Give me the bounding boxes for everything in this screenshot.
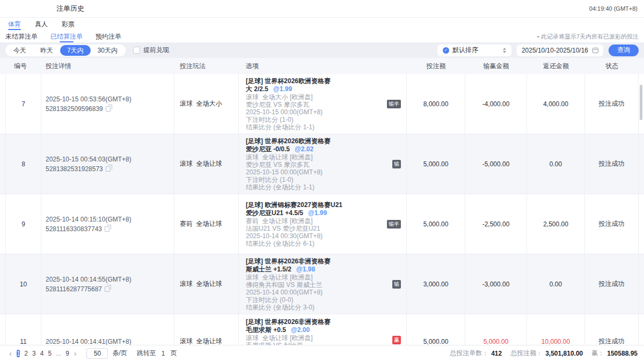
- option-pick: 爱沙尼亚U21 +4.5/5@1.99: [246, 209, 327, 217]
- tab-sports[interactable]: 体育: [8, 18, 21, 31]
- status-text: 投注成功: [585, 134, 639, 194]
- sort-dropdown[interactable]: ✓ 默认排序: [437, 45, 511, 56]
- row-number: 10: [5, 254, 41, 314]
- bet-time: 2025-10-14 00:15:10(GMT+8): [46, 216, 131, 223]
- option-line: 2025-10-14 00:30(GMT+8): [246, 232, 323, 240]
- total-stake: 总投注额： 3,501,810.00: [510, 349, 583, 358]
- page-size-input[interactable]: [86, 348, 108, 359]
- page-title: 注单历史: [56, 4, 84, 13]
- bet-options: [足球] 世界杯2026非洲资格赛斯威士兰 +1.5/2@1.98滚球 全场让球…: [239, 254, 407, 314]
- page-ellipsis: ...: [56, 350, 61, 357]
- jump-page-value[interactable]: 1: [162, 350, 165, 357]
- segment-yesterday[interactable]: 昨天: [33, 45, 60, 56]
- result-badge: 输半: [387, 100, 401, 108]
- page-number[interactable]: 4: [40, 350, 44, 357]
- table-row: 72025-10-15 00:53:56(GMT+8)5281382509596…: [0, 74, 644, 134]
- page-number[interactable]: 9: [65, 350, 69, 357]
- status-text: 投注成功: [585, 254, 639, 314]
- topbar: 注单历史 04:19:40 (GMT+8): [0, 0, 644, 18]
- filter-bar: 今天 昨天 7天内 30天内 提前兑现 ✓ 默认排序 2025/10/10-20…: [0, 42, 644, 58]
- copy-icon[interactable]: [105, 286, 109, 292]
- page-number[interactable]: 3: [32, 350, 36, 357]
- page-number[interactable]: 5: [48, 350, 52, 357]
- subtab-settled[interactable]: 已结算注单: [50, 31, 83, 42]
- bet-id: 5281116287775687: [46, 285, 109, 293]
- footer-bar: ‹ 12345...9 › 条/页 跳转至 1 页 总投注单数： 412 总投注…: [0, 345, 644, 361]
- tab-lottery[interactable]: 彩票: [62, 18, 75, 31]
- col-bet-amount: 投注额: [407, 62, 465, 71]
- subtab-reserved[interactable]: 预约注单: [96, 31, 121, 42]
- pagination: 12345...9: [14, 349, 71, 358]
- subtab-unsettled[interactable]: 未结算注单: [5, 31, 38, 42]
- row-number: 7: [5, 74, 41, 134]
- bet-amount: 5,000.00: [407, 314, 465, 345]
- col-winloss-amount: 输赢金额: [465, 62, 527, 71]
- option-line: 滚球 全场让球 [欧洲盘]: [246, 153, 313, 161]
- result-badge: 输半: [387, 220, 401, 229]
- segment-today[interactable]: 今天: [6, 45, 33, 56]
- option-line: 爱沙尼亚 VS 摩尔多瓦: [246, 101, 310, 108]
- bet-id: 5281116330837743: [46, 225, 109, 233]
- date-range-segments: 今天 昨天 7天内 30天内: [5, 45, 126, 56]
- option-line: 2025-10-15 00:00(GMT+8): [246, 108, 323, 116]
- result-badge: 输: [392, 160, 401, 168]
- early-cashout-checkbox[interactable]: 提前兑现: [133, 46, 169, 55]
- table-row: 102025-10-14 00:14:55(GMT+8)528111628777…: [0, 254, 644, 314]
- row-number: 8: [5, 134, 41, 194]
- option-odds: @1.98: [296, 266, 315, 273]
- winloss-amount: 5,000.00: [465, 314, 527, 345]
- option-league: [足球] 欧洲锦标赛2027资格赛U21: [246, 201, 342, 209]
- bet-id: 5281382531928573: [46, 165, 111, 173]
- option-line: 结果比分 (全场比分 6-1): [246, 240, 314, 247]
- main-tabs: 体育 真人 彩票: [0, 18, 644, 31]
- status-text: 投注成功: [585, 314, 639, 345]
- refund-amount: 0.00: [527, 254, 585, 314]
- option-line: 法国U21 VS 爱沙尼亚U21: [246, 225, 320, 232]
- winloss-amount: -5,000.00: [465, 134, 527, 194]
- search-button[interactable]: 查询: [609, 45, 639, 56]
- option-line: 2025-10-15 00:00(GMT+8): [246, 168, 323, 176]
- vertical-scrollbar[interactable]: [640, 85, 642, 120]
- option-odds: @2.02: [295, 145, 313, 153]
- table-row: 112025-10-14 00:14:41(GMT+8)滚球 全场让球[足球] …: [0, 314, 644, 345]
- bet-history-page: 注单历史 04:19:40 (GMT+8) 体育 真人 彩票 未结算注单 已结算…: [0, 0, 644, 361]
- option-line: 下注时比分 (0-0): [246, 296, 294, 304]
- date-range-picker[interactable]: 2025/10/10-2025/10/16: [517, 45, 603, 56]
- option-line: 下注时比分 (1-0): [246, 176, 294, 183]
- option-line: 结果比分 (全场比分 3-0): [246, 304, 314, 311]
- checkbox-icon[interactable]: [133, 47, 140, 54]
- segment-7days[interactable]: 7天内: [60, 45, 91, 56]
- option-odds: @2.00: [291, 326, 310, 334]
- option-league: [足球] 世界杯2026欧洲资格赛: [246, 77, 331, 85]
- option-line: 滚球 全场让球 [欧洲盘]: [246, 274, 313, 281]
- row-number: 9: [5, 194, 41, 254]
- next-page-icon[interactable]: ›: [71, 349, 79, 358]
- page-number[interactable]: 1: [17, 350, 20, 357]
- copy-icon[interactable]: [106, 106, 111, 112]
- segment-30days[interactable]: 30天内: [91, 45, 125, 56]
- result-badge: 输: [392, 280, 401, 289]
- winloss-amount: -3,000.00: [465, 254, 527, 314]
- option-line: 2025-10-14 00:00(GMT+8): [246, 289, 323, 296]
- row-number: 11: [5, 314, 41, 345]
- date-range-value: 2025/10/10-2025/10/16: [522, 47, 588, 54]
- page-size-unit: 条/页: [112, 349, 127, 358]
- total-win: 赢： 150588.95: [591, 349, 638, 358]
- table-rows: 72025-10-15 00:53:56(GMT+8)5281382509596…: [0, 74, 644, 345]
- sort-label: 默认排序: [452, 46, 478, 55]
- page-number[interactable]: 2: [24, 350, 28, 357]
- copy-icon[interactable]: [105, 226, 109, 232]
- bet-amount: 5,000.00: [407, 194, 465, 254]
- bet-time: 2025-10-14 00:14:55(GMT+8): [46, 276, 131, 283]
- col-number: 编号: [5, 62, 41, 71]
- copy-icon[interactable]: [106, 166, 111, 172]
- prev-page-icon[interactable]: ‹: [6, 349, 14, 358]
- option-line: 赛前 全场让球 [欧洲盘]: [246, 217, 313, 225]
- bet-details: 2025-10-14 00:15:10(GMT+8)52811163308377…: [41, 194, 174, 254]
- tab-live[interactable]: 真人: [35, 18, 48, 31]
- col-refund-amount: 返还金额: [527, 62, 585, 71]
- col-play-type: 投注玩法: [174, 62, 239, 71]
- refund-amount: 10,000.00: [527, 314, 585, 345]
- option-pick: 大 2/2.5@1.99: [246, 85, 292, 93]
- col-options: 选项: [239, 62, 407, 71]
